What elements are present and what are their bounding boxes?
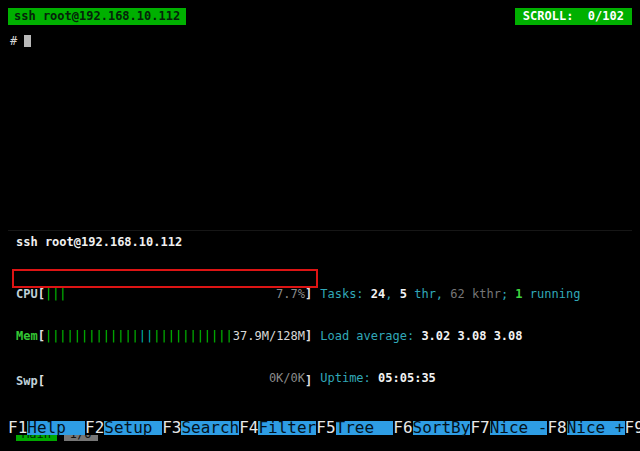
fkey-label: Nice + [567, 421, 625, 435]
tasks-count: 24 [371, 287, 385, 301]
htop-meters: CPU[|||7.7%] Mem[|||||||||||||||||||||||… [16, 259, 312, 413]
fkey-label: SortBy [413, 421, 471, 435]
load-label: Load average: [320, 329, 421, 343]
mem-meter-label: Mem [16, 329, 38, 343]
tasks-summary: Tasks: 24, 5 thr, 62 kthr; 1 running [320, 287, 580, 301]
top-terminal-pane: ssh root@192.168.10.112 SCROLL: 0/102 # [8, 8, 632, 48]
htop-stats: CPU[|||7.7%] Mem[|||||||||||||||||||||||… [8, 259, 632, 413]
fkey-f4[interactable]: F4Filter [239, 421, 316, 435]
fkey-f8[interactable]: F8Nice + [547, 421, 624, 435]
kernel-threads: 62 kthr [450, 287, 501, 301]
fkey-label: Nice - [490, 421, 548, 435]
scroll-indicator: SCROLL: 0/102 [515, 8, 632, 25]
fkey-label: Tree [336, 421, 394, 435]
titlebar-spacer [186, 8, 515, 25]
fkey-label: Search [181, 421, 239, 435]
cpu-meter-bars: ||| [45, 287, 67, 301]
function-key-bar: F1HelpF2SetupF3SearchF4FilterF5TreeF6Sor… [8, 421, 632, 435]
fkey-f2[interactable]: F2Setup [85, 421, 162, 435]
process-table: PID USER PRI NI VIRT RES SHR S CPU%▽ MEM… [8, 441, 632, 451]
load-average: Load average: 3.02 3.08 3.08 [320, 329, 580, 343]
bracket-close: ] [305, 329, 312, 343]
load-1min: 3.02 [421, 329, 457, 343]
fkey-number: F5 [316, 421, 335, 435]
fkey-number: F6 [393, 421, 412, 435]
threads-count: 5 [400, 287, 407, 301]
fkey-number: F8 [547, 421, 566, 435]
cpu-meter-value: 7.7% [276, 287, 305, 301]
mem-meter-bars-cache: ||||||||||| [153, 329, 232, 343]
bracket-open: [ [38, 374, 45, 388]
fkey-label: Help [27, 421, 85, 435]
swap-meter-value: 0K/0K [269, 371, 305, 385]
bracket-close: ] [305, 374, 312, 388]
fkey-label: Filter [258, 421, 316, 435]
mem-meter-value: 37.9M/128M [233, 329, 305, 343]
fkey-number: F1 [8, 421, 27, 435]
terminal-screen: ssh root@192.168.10.112 SCROLL: 0/102 # … [0, 0, 640, 451]
load-15min: 3.08 [494, 329, 523, 343]
uptime: Uptime: 05:05:35 [320, 371, 580, 385]
swap-meter: Swp[0K/0K] [16, 371, 312, 385]
htop-summary: Tasks: 24, 5 thr, 62 kthr; 1 running Loa… [320, 259, 580, 413]
prompt-symbol: # [10, 34, 17, 48]
fkey-f3[interactable]: F3Search [162, 421, 239, 435]
cursor-block [24, 35, 31, 47]
bracket-close: ] [305, 287, 312, 301]
load-5min: 3.08 [458, 329, 494, 343]
fkey-f1[interactable]: F1Help [8, 421, 85, 435]
fkey-f7[interactable]: F7Nice - [470, 421, 547, 435]
mem-meter-bars-buffers: || [139, 329, 153, 343]
top-titlebar: ssh root@192.168.10.112 SCROLL: 0/102 [8, 8, 632, 25]
ssh-session-title: ssh root@192.168.10.112 [8, 8, 186, 25]
fkey-number: F4 [239, 421, 258, 435]
fkey-label: Setup [104, 421, 162, 435]
fkey-number: F2 [85, 421, 104, 435]
shell-prompt-line[interactable]: # [8, 34, 632, 48]
bottom-pane-title: ssh root@192.168.10.112 [8, 231, 632, 253]
bracket-open: [ [38, 329, 45, 343]
tasks-label: Tasks: [320, 287, 371, 301]
uptime-label: Uptime: [320, 371, 378, 385]
bracket-open: [ [38, 287, 45, 301]
uptime-value: 05:05:35 [378, 371, 436, 385]
bottom-terminal-pane: ssh root@192.168.10.112 CPU[|||7.7%] Mem… [8, 230, 632, 451]
fkey-number: F9 [625, 421, 640, 435]
running-count: 1 [515, 287, 522, 301]
fkey-f6[interactable]: F6SortBy [393, 421, 470, 435]
cpu-meter-label: CPU [16, 287, 38, 301]
fkey-f5[interactable]: F5Tree [316, 421, 393, 435]
fkey-f9[interactable]: F9Kill [625, 421, 640, 435]
fkey-number: F7 [470, 421, 489, 435]
cpu-meter: CPU[|||7.7%] [16, 287, 312, 301]
fkey-number: F3 [162, 421, 181, 435]
swap-meter-label: Swp [16, 374, 38, 388]
mem-meter: Mem[||||||||||||||||||||||||||37.9M/128M… [16, 329, 312, 343]
mem-meter-bars-used: ||||||||||||| [45, 329, 139, 343]
